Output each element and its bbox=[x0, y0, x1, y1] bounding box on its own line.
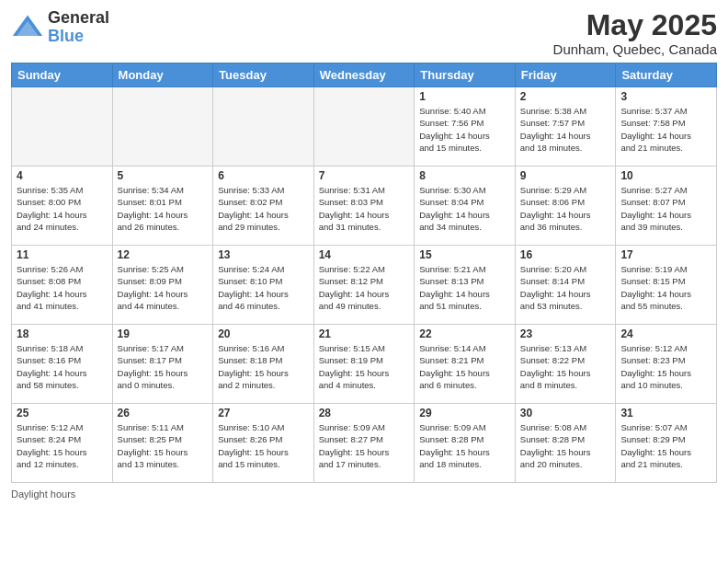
calendar-cell bbox=[313, 87, 415, 167]
day-info: Sunrise: 5:35 AM Sunset: 8:00 PM Dayligh… bbox=[17, 184, 108, 233]
calendar-cell: 15Sunrise: 5:21 AM Sunset: 8:13 PM Dayli… bbox=[415, 246, 516, 325]
day-number: 12 bbox=[118, 248, 209, 261]
calendar-header-sunday: Sunday bbox=[12, 63, 113, 87]
day-number: 1 bbox=[419, 90, 510, 103]
day-info: Sunrise: 5:21 AM Sunset: 8:13 PM Dayligh… bbox=[419, 263, 510, 312]
day-info: Sunrise: 5:31 AM Sunset: 8:03 PM Dayligh… bbox=[319, 184, 410, 233]
day-info: Sunrise: 5:15 AM Sunset: 8:19 PM Dayligh… bbox=[319, 342, 410, 391]
calendar-header-saturday: Saturday bbox=[616, 63, 717, 87]
day-info: Sunrise: 5:13 AM Sunset: 8:22 PM Dayligh… bbox=[520, 342, 611, 391]
day-number: 3 bbox=[620, 90, 711, 103]
calendar-week-1: 1Sunrise: 5:40 AM Sunset: 7:56 PM Daylig… bbox=[12, 87, 717, 167]
day-number: 10 bbox=[620, 169, 711, 182]
main-title: May 2025 bbox=[553, 9, 717, 41]
calendar-header-friday: Friday bbox=[515, 63, 616, 87]
day-info: Sunrise: 5:27 AM Sunset: 8:07 PM Dayligh… bbox=[620, 184, 711, 233]
day-number: 27 bbox=[218, 407, 309, 419]
calendar-cell: 28Sunrise: 5:09 AM Sunset: 8:27 PM Dayli… bbox=[313, 404, 415, 483]
header: General Blue May 2025 Dunham, Quebec, Ca… bbox=[11, 9, 717, 57]
day-info: Sunrise: 5:22 AM Sunset: 8:12 PM Dayligh… bbox=[319, 263, 410, 312]
day-number: 2 bbox=[520, 90, 611, 103]
calendar-cell: 5Sunrise: 5:34 AM Sunset: 8:01 PM Daylig… bbox=[112, 167, 213, 246]
logo-general-text: General bbox=[48, 9, 109, 28]
day-info: Sunrise: 5:17 AM Sunset: 8:17 PM Dayligh… bbox=[118, 342, 209, 391]
day-number: 8 bbox=[419, 169, 510, 182]
day-info: Sunrise: 5:34 AM Sunset: 8:01 PM Dayligh… bbox=[118, 184, 209, 233]
day-number: 13 bbox=[218, 248, 309, 261]
calendar-cell: 13Sunrise: 5:24 AM Sunset: 8:10 PM Dayli… bbox=[213, 246, 314, 325]
day-info: Sunrise: 5:18 AM Sunset: 8:16 PM Dayligh… bbox=[17, 342, 108, 391]
logo-text: General Blue bbox=[48, 9, 109, 46]
calendar-week-3: 11Sunrise: 5:26 AM Sunset: 8:08 PM Dayli… bbox=[12, 246, 717, 325]
calendar-cell: 7Sunrise: 5:31 AM Sunset: 8:03 PM Daylig… bbox=[313, 167, 415, 246]
day-info: Sunrise: 5:14 AM Sunset: 8:21 PM Dayligh… bbox=[419, 342, 510, 391]
calendar-header-monday: Monday bbox=[112, 63, 213, 87]
day-info: Sunrise: 5:10 AM Sunset: 8:26 PM Dayligh… bbox=[218, 421, 309, 470]
day-number: 20 bbox=[218, 327, 309, 340]
calendar-cell: 31Sunrise: 5:07 AM Sunset: 8:29 PM Dayli… bbox=[616, 404, 717, 483]
calendar-header-wednesday: Wednesday bbox=[313, 63, 415, 87]
calendar-cell: 1Sunrise: 5:40 AM Sunset: 7:56 PM Daylig… bbox=[415, 87, 516, 167]
day-number: 23 bbox=[520, 327, 611, 340]
day-number: 24 bbox=[620, 327, 711, 340]
footer: Daylight hours bbox=[11, 488, 717, 500]
subtitle: Dunham, Quebec, Canada bbox=[553, 41, 717, 57]
calendar-cell: 24Sunrise: 5:12 AM Sunset: 8:23 PM Dayli… bbox=[616, 325, 717, 404]
day-number: 5 bbox=[118, 169, 209, 182]
day-number: 19 bbox=[118, 327, 209, 340]
day-number: 11 bbox=[17, 248, 108, 261]
day-number: 6 bbox=[218, 169, 309, 182]
day-info: Sunrise: 5:09 AM Sunset: 8:28 PM Dayligh… bbox=[419, 421, 510, 470]
day-number: 7 bbox=[319, 169, 410, 182]
calendar-cell: 30Sunrise: 5:08 AM Sunset: 8:28 PM Dayli… bbox=[515, 404, 616, 483]
calendar-cell: 14Sunrise: 5:22 AM Sunset: 8:12 PM Dayli… bbox=[313, 246, 415, 325]
day-info: Sunrise: 5:24 AM Sunset: 8:10 PM Dayligh… bbox=[218, 263, 309, 312]
calendar-cell: 16Sunrise: 5:20 AM Sunset: 8:14 PM Dayli… bbox=[515, 246, 616, 325]
calendar-cell: 25Sunrise: 5:12 AM Sunset: 8:24 PM Dayli… bbox=[12, 404, 113, 483]
calendar-cell: 6Sunrise: 5:33 AM Sunset: 8:02 PM Daylig… bbox=[213, 167, 314, 246]
day-info: Sunrise: 5:11 AM Sunset: 8:25 PM Dayligh… bbox=[118, 421, 209, 470]
day-number: 16 bbox=[520, 248, 611, 261]
day-info: Sunrise: 5:19 AM Sunset: 8:15 PM Dayligh… bbox=[620, 263, 711, 312]
calendar-cell: 26Sunrise: 5:11 AM Sunset: 8:25 PM Dayli… bbox=[112, 404, 213, 483]
calendar-cell: 23Sunrise: 5:13 AM Sunset: 8:22 PM Dayli… bbox=[515, 325, 616, 404]
calendar-cell: 11Sunrise: 5:26 AM Sunset: 8:08 PM Dayli… bbox=[12, 246, 113, 325]
calendar-cell bbox=[213, 87, 314, 167]
calendar-cell: 19Sunrise: 5:17 AM Sunset: 8:17 PM Dayli… bbox=[112, 325, 213, 404]
day-number: 21 bbox=[319, 327, 410, 340]
day-number: 15 bbox=[419, 248, 510, 261]
daylight-hours-label: Daylight hours bbox=[11, 488, 75, 500]
day-info: Sunrise: 5:12 AM Sunset: 8:24 PM Dayligh… bbox=[17, 421, 108, 470]
day-info: Sunrise: 5:40 AM Sunset: 7:56 PM Dayligh… bbox=[419, 105, 510, 154]
day-info: Sunrise: 5:09 AM Sunset: 8:27 PM Dayligh… bbox=[319, 421, 410, 470]
calendar-header-row: SundayMondayTuesdayWednesdayThursdayFrid… bbox=[12, 63, 717, 87]
day-info: Sunrise: 5:29 AM Sunset: 8:06 PM Dayligh… bbox=[520, 184, 611, 233]
calendar-cell: 2Sunrise: 5:38 AM Sunset: 7:57 PM Daylig… bbox=[515, 87, 616, 167]
day-number: 9 bbox=[520, 169, 611, 182]
calendar-cell bbox=[112, 87, 213, 167]
day-info: Sunrise: 5:12 AM Sunset: 8:23 PM Dayligh… bbox=[620, 342, 711, 391]
calendar-header-thursday: Thursday bbox=[415, 63, 516, 87]
calendar-week-2: 4Sunrise: 5:35 AM Sunset: 8:00 PM Daylig… bbox=[12, 167, 717, 246]
title-block: May 2025 Dunham, Quebec, Canada bbox=[553, 9, 717, 57]
day-info: Sunrise: 5:08 AM Sunset: 8:28 PM Dayligh… bbox=[520, 421, 611, 470]
day-number: 14 bbox=[319, 248, 410, 261]
day-info: Sunrise: 5:26 AM Sunset: 8:08 PM Dayligh… bbox=[17, 263, 108, 312]
day-info: Sunrise: 5:25 AM Sunset: 8:09 PM Dayligh… bbox=[118, 263, 209, 312]
calendar-cell: 10Sunrise: 5:27 AM Sunset: 8:07 PM Dayli… bbox=[616, 167, 717, 246]
calendar-cell: 22Sunrise: 5:14 AM Sunset: 8:21 PM Dayli… bbox=[415, 325, 516, 404]
day-info: Sunrise: 5:30 AM Sunset: 8:04 PM Dayligh… bbox=[419, 184, 510, 233]
page-container: General Blue May 2025 Dunham, Quebec, Ca… bbox=[0, 0, 728, 507]
calendar-header-tuesday: Tuesday bbox=[213, 63, 314, 87]
day-info: Sunrise: 5:16 AM Sunset: 8:18 PM Dayligh… bbox=[218, 342, 309, 391]
day-number: 29 bbox=[419, 407, 510, 419]
day-info: Sunrise: 5:20 AM Sunset: 8:14 PM Dayligh… bbox=[520, 263, 611, 312]
calendar-cell: 27Sunrise: 5:10 AM Sunset: 8:26 PM Dayli… bbox=[213, 404, 314, 483]
day-info: Sunrise: 5:07 AM Sunset: 8:29 PM Dayligh… bbox=[620, 421, 711, 470]
calendar-week-5: 25Sunrise: 5:12 AM Sunset: 8:24 PM Dayli… bbox=[12, 404, 717, 483]
day-number: 25 bbox=[17, 407, 108, 419]
calendar-cell: 29Sunrise: 5:09 AM Sunset: 8:28 PM Dayli… bbox=[415, 404, 516, 483]
logo-icon bbox=[11, 11, 44, 44]
day-info: Sunrise: 5:38 AM Sunset: 7:57 PM Dayligh… bbox=[520, 105, 611, 154]
calendar-cell: 4Sunrise: 5:35 AM Sunset: 8:00 PM Daylig… bbox=[12, 167, 113, 246]
